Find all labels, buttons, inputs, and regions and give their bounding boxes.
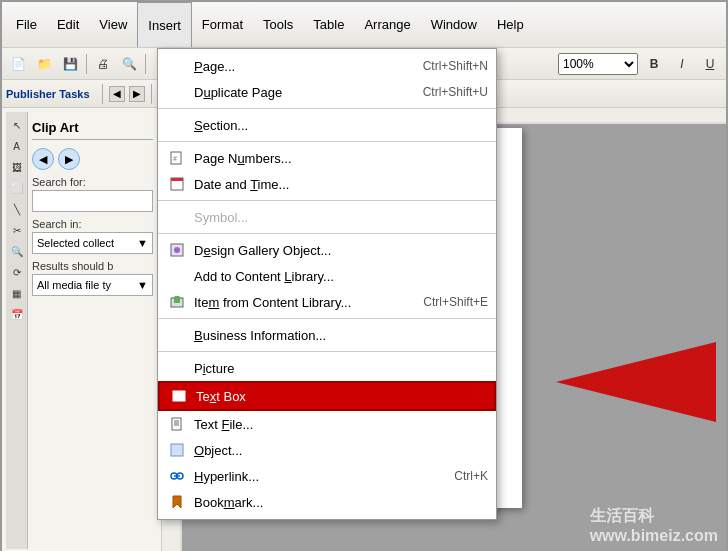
menu-bookmark[interactable]: Bookmark... bbox=[158, 489, 496, 515]
add-lib-icon bbox=[166, 267, 188, 285]
insert-dropdown-menu: Page... Ctrl+Shift+N Duplicate Page Ctrl… bbox=[157, 48, 497, 520]
design-label: Design Gallery Object... bbox=[194, 243, 488, 258]
date-icon bbox=[166, 175, 188, 193]
back-btn[interactable]: ◀ bbox=[109, 86, 125, 102]
picture-label: Picture bbox=[194, 361, 488, 376]
svg-rect-7 bbox=[171, 178, 183, 181]
sep4 bbox=[102, 84, 103, 104]
bookmark-icon bbox=[166, 493, 188, 511]
page-num-label: Page Numbers... bbox=[194, 151, 488, 166]
menu-format[interactable]: Format bbox=[192, 2, 253, 47]
clip-fwd-btn[interactable]: ▶ bbox=[58, 148, 80, 170]
sep1 bbox=[86, 54, 87, 74]
menu-tools[interactable]: Tools bbox=[253, 2, 303, 47]
forward-btn[interactable]: ▶ bbox=[129, 86, 145, 102]
item-lib-svg bbox=[170, 295, 184, 309]
menu-page[interactable]: Page... Ctrl+Shift+N bbox=[158, 53, 496, 79]
shape-tool[interactable]: ⬜ bbox=[8, 179, 26, 197]
search-in-value: Selected collect bbox=[37, 237, 114, 249]
dup-page-icon bbox=[166, 83, 188, 101]
results-label: Results should b bbox=[32, 260, 153, 272]
symbol-icon bbox=[166, 208, 188, 226]
calendar-tool[interactable]: 📅 bbox=[8, 305, 26, 323]
div2 bbox=[158, 141, 496, 142]
svg-rect-14 bbox=[172, 418, 181, 430]
zoom-select[interactable]: 100% bbox=[558, 53, 638, 75]
date-svg bbox=[170, 177, 184, 191]
line-tool[interactable]: ╲ bbox=[8, 200, 26, 218]
results-value: All media file ty bbox=[37, 279, 111, 291]
menu-text-file[interactable]: Text File... bbox=[158, 411, 496, 437]
menu-table[interactable]: Table bbox=[303, 2, 354, 47]
left-panel: ↖ A 🖼 ⬜ ╲ ✂ 🔍 ⟳ ▦ 📅 Clip Art ◀ ▶ Searc bbox=[2, 108, 162, 551]
nav-controls: ◀ ▶ bbox=[32, 148, 153, 170]
save-btn[interactable]: 💾 bbox=[58, 52, 82, 76]
symbol-label: Symbol... bbox=[194, 210, 488, 225]
menu-file[interactable]: File bbox=[6, 2, 47, 47]
menu-edit[interactable]: Edit bbox=[47, 2, 89, 47]
menu-business-info[interactable]: Business Information... bbox=[158, 322, 496, 348]
menu-bar: File Edit View Insert Format Tools Table… bbox=[2, 2, 726, 48]
menu-add-content-library[interactable]: Add to Content Library... bbox=[158, 263, 496, 289]
menu-object[interactable]: Object... bbox=[158, 437, 496, 463]
bold-btn[interactable]: B bbox=[642, 52, 666, 76]
results-dropdown[interactable]: All media file ty ▼ bbox=[32, 274, 153, 296]
zoom-tool[interactable]: 🔍 bbox=[8, 242, 26, 260]
results-dropdown-arrow: ▼ bbox=[137, 279, 148, 291]
page-num-icon: # bbox=[166, 149, 188, 167]
search-for-label: Search for: bbox=[32, 176, 153, 188]
connect-tool[interactable]: ⟳ bbox=[8, 263, 26, 281]
image-tool[interactable]: 🖼 bbox=[8, 158, 26, 176]
div5 bbox=[158, 318, 496, 319]
menu-picture[interactable]: Picture bbox=[158, 355, 496, 381]
clip-back-btn[interactable]: ◀ bbox=[32, 148, 54, 170]
menu-duplicate-page[interactable]: Duplicate Page Ctrl+Shift+U bbox=[158, 79, 496, 105]
menu-insert[interactable]: Insert bbox=[137, 2, 192, 47]
section-label: Section... bbox=[194, 118, 488, 133]
crop-tool[interactable]: ✂ bbox=[8, 221, 26, 239]
new-btn[interactable]: 📄 bbox=[6, 52, 30, 76]
menu-help[interactable]: Help bbox=[487, 2, 534, 47]
table-tool[interactable]: ▦ bbox=[8, 284, 26, 302]
dup-page-shortcut: Ctrl+Shift+U bbox=[423, 85, 488, 99]
div6 bbox=[158, 351, 496, 352]
hyperlink-shortcut: Ctrl+K bbox=[454, 469, 488, 483]
div3 bbox=[158, 200, 496, 201]
clip-art-panel: Clip Art ◀ ▶ Search for: Search in: Sele… bbox=[28, 112, 157, 549]
menu-arrange[interactable]: Arrange bbox=[354, 2, 420, 47]
hyperlink-icon bbox=[166, 467, 188, 485]
svg-text:A: A bbox=[174, 391, 181, 402]
text-tool[interactable]: A bbox=[8, 137, 26, 155]
arrow-tool[interactable]: ↖ bbox=[8, 116, 26, 134]
underline-btn[interactable]: U bbox=[698, 52, 722, 76]
menu-item-content-library[interactable]: Item from Content Library... Ctrl+Shift+… bbox=[158, 289, 496, 315]
svg-marker-22 bbox=[173, 496, 181, 508]
textfile-label: Text File... bbox=[194, 417, 488, 432]
search-input[interactable] bbox=[32, 190, 153, 212]
preview-btn[interactable]: 🔍 bbox=[117, 52, 141, 76]
print-btn[interactable]: 🖨 bbox=[91, 52, 115, 76]
picture-icon bbox=[166, 359, 188, 377]
menu-date-time[interactable]: Date and Time... bbox=[158, 171, 496, 197]
textbox-icon: A bbox=[168, 387, 190, 405]
add-lib-label: Add to Content Library... bbox=[194, 269, 488, 284]
div1 bbox=[158, 108, 496, 109]
sep2 bbox=[145, 54, 146, 74]
menu-view[interactable]: View bbox=[89, 2, 137, 47]
search-in-dropdown[interactable]: Selected collect ▼ bbox=[32, 232, 153, 254]
menu-hyperlink[interactable]: Hyperlink... Ctrl+K bbox=[158, 463, 496, 489]
open-btn[interactable]: 📁 bbox=[32, 52, 56, 76]
item-lib-shortcut: Ctrl+Shift+E bbox=[423, 295, 488, 309]
menu-symbol[interactable]: Symbol... bbox=[158, 204, 496, 230]
italic-btn[interactable]: I bbox=[670, 52, 694, 76]
menu-page-numbers[interactable]: # Page Numbers... bbox=[158, 145, 496, 171]
hyperlink-label: Hyperlink... bbox=[194, 469, 434, 484]
menu-section[interactable]: Section... bbox=[158, 112, 496, 138]
object-label: Object... bbox=[194, 443, 488, 458]
menu-text-box[interactable]: A Text Box bbox=[158, 381, 496, 411]
div4 bbox=[158, 233, 496, 234]
page-num-svg: # bbox=[170, 151, 184, 165]
page-icon bbox=[166, 57, 188, 75]
menu-design-gallery[interactable]: Design Gallery Object... bbox=[158, 237, 496, 263]
menu-window[interactable]: Window bbox=[421, 2, 487, 47]
